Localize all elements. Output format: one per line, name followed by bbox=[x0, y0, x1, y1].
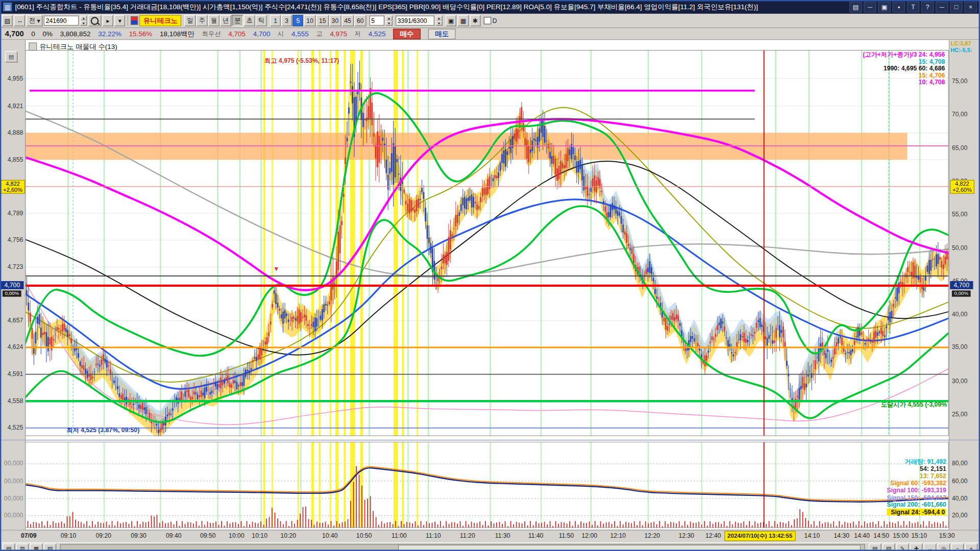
status-icon-right-5[interactable]: ◎ bbox=[938, 543, 950, 551]
green-time-stripe bbox=[104, 442, 105, 528]
target-price-pct: +2,60% bbox=[1, 187, 24, 193]
interval-button-3[interactable]: 3 bbox=[281, 15, 292, 26]
status-icon-right-0[interactable]: ▤ bbox=[869, 543, 881, 551]
yellow-time-stripe bbox=[416, 442, 418, 528]
green-time-stripe bbox=[648, 50, 649, 436]
sell-button[interactable]: 매도 bbox=[428, 29, 456, 39]
window-control-1[interactable]: ─ bbox=[864, 2, 876, 12]
window-control-6[interactable]: ─ bbox=[936, 2, 948, 12]
interval-button-5[interactable]: 5 bbox=[292, 15, 303, 26]
time-label-12:20: 12:20 bbox=[644, 532, 660, 539]
window-control-8[interactable]: × bbox=[964, 2, 976, 12]
chart-scrollbar[interactable] bbox=[60, 544, 865, 551]
sub-label-3: Signal 60: -593,382 bbox=[887, 480, 946, 487]
green-time-stripe bbox=[67, 442, 68, 528]
statusbar-right-icons: ▤▧✎✚↔◎−+ bbox=[869, 543, 977, 551]
yellow-time-stripe bbox=[402, 442, 404, 528]
yellow-time-stripe bbox=[318, 50, 321, 436]
time-label-09:20: 09:20 bbox=[95, 532, 111, 539]
tool-icon-1[interactable]: ▦ bbox=[458, 15, 469, 26]
status-icon-left-0[interactable]: ▤ bbox=[3, 543, 15, 551]
interval-button-10[interactable]: 10 bbox=[304, 15, 315, 26]
tool-icon-2[interactable]: ✱ bbox=[470, 15, 481, 26]
buy-button[interactable]: 매수 bbox=[393, 29, 421, 39]
green-time-stripe bbox=[369, 442, 370, 528]
period-button-월[interactable]: 월 bbox=[208, 15, 219, 26]
toolbar-icon-1[interactable]: ↔ bbox=[14, 15, 25, 26]
d-checkbox[interactable]: D bbox=[484, 17, 497, 24]
interval-spinner[interactable]: ▲▼ bbox=[385, 16, 392, 26]
window-control-3[interactable]: ▪ bbox=[893, 2, 905, 12]
period-button-일[interactable]: 일 bbox=[185, 15, 196, 26]
window-control-7[interactable]: □ bbox=[950, 2, 962, 12]
open-label: 시 bbox=[278, 30, 284, 38]
window-control-0[interactable]: ▤ bbox=[849, 2, 862, 12]
toolbar-icon-0[interactable]: ▨ bbox=[2, 15, 13, 26]
nav-icon-0[interactable]: ▸ bbox=[103, 15, 113, 26]
target-price-pct: +2,60% bbox=[950, 187, 973, 193]
nav-icon-1[interactable]: ▾ bbox=[114, 15, 125, 26]
titlebar[interactable]: ▥ [0601] 주식종합차트 - 유통비율[35.4] 거래대금[18,108… bbox=[0, 0, 980, 14]
green-time-stripe bbox=[407, 442, 408, 528]
time-label-09:50: 09:50 bbox=[200, 532, 216, 539]
current-price-pct-left: 0,00% bbox=[3, 291, 21, 297]
best-label: 최우선 bbox=[202, 30, 221, 38]
period-button-주[interactable]: 주 bbox=[197, 15, 208, 26]
status-icon-right-6[interactable]: − bbox=[951, 543, 964, 551]
period-button-틱[interactable]: 틱 bbox=[256, 15, 267, 26]
interval-button-45[interactable]: 45 bbox=[341, 15, 353, 26]
status-bar: ▤▥▦▧ ▤▧✎✚↔◎−+ bbox=[0, 542, 980, 551]
interval-value-input[interactable]: 5 bbox=[370, 16, 384, 26]
period-buttons: 일주월년분초틱 bbox=[185, 15, 267, 26]
window-control-5[interactable]: ? bbox=[921, 2, 934, 12]
sub-tick-right-1: 60,00 bbox=[952, 478, 968, 484]
indicator-line-2: 1990: 4,695 60: 4,686 bbox=[863, 65, 945, 71]
interval-button-1[interactable]: 1 bbox=[270, 15, 281, 26]
volume: 3,808,852 bbox=[60, 30, 91, 38]
status-icon-left-2[interactable]: ▦ bbox=[30, 543, 42, 551]
status-icon-right-7[interactable]: + bbox=[965, 543, 977, 551]
counter-spinner[interactable]: ▲▼ bbox=[435, 16, 442, 26]
yellow-time-stripe bbox=[394, 50, 398, 436]
sub-chart-canvas[interactable] bbox=[25, 442, 949, 528]
green-time-stripe bbox=[489, 50, 491, 436]
market-select[interactable]: 전 ▾ bbox=[27, 15, 43, 26]
toolbar-left-icons: ▨↔ bbox=[2, 15, 26, 26]
indicator-value-lines: (고가+저가+종가)/3 24: 4,95615: 4,7081990: 4,6… bbox=[863, 51, 945, 85]
scrollbar-thumb[interactable] bbox=[398, 544, 860, 551]
status-icon-left-1[interactable]: ▥ bbox=[16, 543, 29, 551]
time-label-11:30: 11:30 bbox=[495, 532, 510, 539]
period-button-분[interactable]: 분 bbox=[232, 15, 243, 26]
current-price-pct-right: 0,00% bbox=[952, 291, 971, 297]
status-icon-right-4[interactable]: ↔ bbox=[924, 543, 936, 551]
search-button[interactable] bbox=[88, 15, 102, 26]
indicator-line-0: (고가+저가+종가)/3 24: 4,956 bbox=[863, 51, 945, 58]
status-icon-right-3[interactable]: ✚ bbox=[910, 543, 922, 551]
interval-button-60[interactable]: 60 bbox=[354, 15, 366, 26]
stock-code-input[interactable]: 241690 bbox=[44, 16, 79, 26]
period-button-년[interactable]: 년 bbox=[220, 15, 231, 26]
interval-button-15[interactable]: 15 bbox=[316, 15, 328, 26]
yellow-time-stripe bbox=[330, 442, 331, 528]
sub-tick-left-3: 00,000 bbox=[4, 512, 23, 518]
time-label-09:30: 09:30 bbox=[131, 532, 146, 539]
status-icon-right-2[interactable]: ✎ bbox=[896, 543, 909, 551]
statusbar-left-icons: ▤▥▦▧ bbox=[3, 543, 56, 551]
status-icon-left-3[interactable]: ▧ bbox=[44, 543, 56, 551]
interval-button-30[interactable]: 30 bbox=[329, 15, 341, 26]
corner-label-0: LC:3,87 bbox=[950, 41, 971, 47]
time-label-15:30: 15:30 bbox=[939, 532, 955, 539]
chart-tool-button[interactable]: ▤ bbox=[5, 51, 17, 62]
green-time-stripe bbox=[260, 442, 261, 528]
status-icon-right-1[interactable]: ▧ bbox=[883, 543, 895, 551]
window-control-2[interactable]: ▣ bbox=[878, 2, 890, 12]
pink-thin-line bbox=[25, 282, 949, 424]
green-time-stripe bbox=[160, 442, 161, 528]
main-chart-canvas[interactable]: 최고 4,975 (-5.53%, 11:17)최저 4,525 (3.87%,… bbox=[25, 50, 949, 436]
price-tick-4,789: 4,789 bbox=[8, 210, 23, 216]
sub-tick-right-0: 80,00 bbox=[952, 460, 968, 467]
code-spinner[interactable]: ▲▼ bbox=[80, 16, 87, 26]
tool-icon-0[interactable]: ▣ bbox=[446, 15, 456, 26]
window-control-4[interactable]: T bbox=[907, 2, 919, 12]
period-button-초[interactable]: 초 bbox=[244, 15, 255, 26]
